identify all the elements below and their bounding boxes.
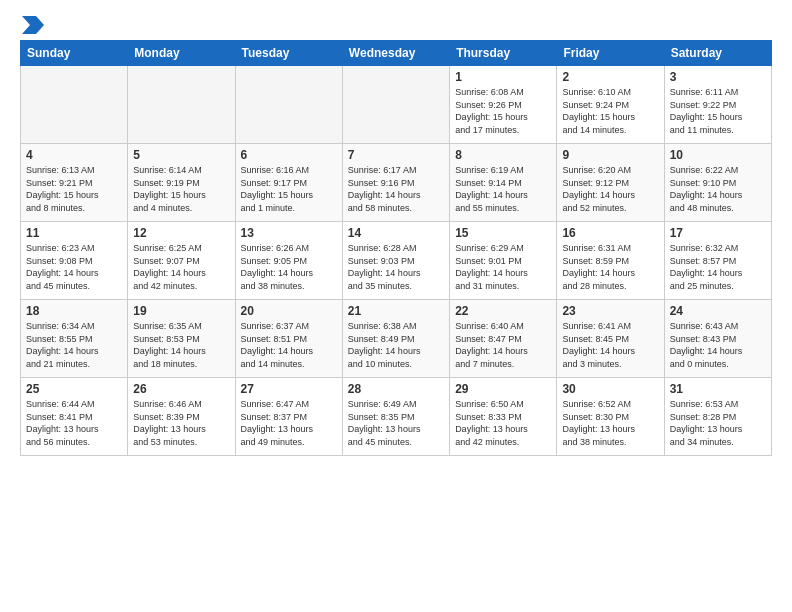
day-info: Sunrise: 6:50 AM Sunset: 8:33 PM Dayligh… — [455, 398, 551, 448]
day-number: 18 — [26, 304, 122, 318]
day-cell: 1Sunrise: 6:08 AM Sunset: 9:26 PM Daylig… — [450, 66, 557, 144]
day-info: Sunrise: 6:52 AM Sunset: 8:30 PM Dayligh… — [562, 398, 658, 448]
week-row-1: 1Sunrise: 6:08 AM Sunset: 9:26 PM Daylig… — [21, 66, 772, 144]
day-cell: 21Sunrise: 6:38 AM Sunset: 8:49 PM Dayli… — [342, 300, 449, 378]
day-number: 8 — [455, 148, 551, 162]
day-number: 19 — [133, 304, 229, 318]
day-cell — [128, 66, 235, 144]
day-header-sunday: Sunday — [21, 41, 128, 66]
day-cell: 28Sunrise: 6:49 AM Sunset: 8:35 PM Dayli… — [342, 378, 449, 456]
calendar-table: SundayMondayTuesdayWednesdayThursdayFrid… — [20, 40, 772, 456]
day-number: 20 — [241, 304, 337, 318]
day-info: Sunrise: 6:32 AM Sunset: 8:57 PM Dayligh… — [670, 242, 766, 292]
logo-arrow-icon — [22, 16, 44, 34]
day-info: Sunrise: 6:26 AM Sunset: 9:05 PM Dayligh… — [241, 242, 337, 292]
day-cell: 12Sunrise: 6:25 AM Sunset: 9:07 PM Dayli… — [128, 222, 235, 300]
day-info: Sunrise: 6:25 AM Sunset: 9:07 PM Dayligh… — [133, 242, 229, 292]
logo — [20, 16, 44, 30]
day-number: 2 — [562, 70, 658, 84]
day-cell: 29Sunrise: 6:50 AM Sunset: 8:33 PM Dayli… — [450, 378, 557, 456]
day-cell: 27Sunrise: 6:47 AM Sunset: 8:37 PM Dayli… — [235, 378, 342, 456]
day-cell: 7Sunrise: 6:17 AM Sunset: 9:16 PM Daylig… — [342, 144, 449, 222]
day-number: 30 — [562, 382, 658, 396]
day-info: Sunrise: 6:10 AM Sunset: 9:24 PM Dayligh… — [562, 86, 658, 136]
day-info: Sunrise: 6:47 AM Sunset: 8:37 PM Dayligh… — [241, 398, 337, 448]
day-cell: 30Sunrise: 6:52 AM Sunset: 8:30 PM Dayli… — [557, 378, 664, 456]
day-info: Sunrise: 6:31 AM Sunset: 8:59 PM Dayligh… — [562, 242, 658, 292]
day-info: Sunrise: 6:37 AM Sunset: 8:51 PM Dayligh… — [241, 320, 337, 370]
week-row-4: 18Sunrise: 6:34 AM Sunset: 8:55 PM Dayli… — [21, 300, 772, 378]
day-cell: 14Sunrise: 6:28 AM Sunset: 9:03 PM Dayli… — [342, 222, 449, 300]
day-number: 13 — [241, 226, 337, 240]
day-cell: 6Sunrise: 6:16 AM Sunset: 9:17 PM Daylig… — [235, 144, 342, 222]
day-info: Sunrise: 6:44 AM Sunset: 8:41 PM Dayligh… — [26, 398, 122, 448]
day-number: 22 — [455, 304, 551, 318]
day-info: Sunrise: 6:14 AM Sunset: 9:19 PM Dayligh… — [133, 164, 229, 214]
day-cell: 16Sunrise: 6:31 AM Sunset: 8:59 PM Dayli… — [557, 222, 664, 300]
day-number: 21 — [348, 304, 444, 318]
day-info: Sunrise: 6:34 AM Sunset: 8:55 PM Dayligh… — [26, 320, 122, 370]
day-number: 4 — [26, 148, 122, 162]
day-info: Sunrise: 6:35 AM Sunset: 8:53 PM Dayligh… — [133, 320, 229, 370]
day-info: Sunrise: 6:53 AM Sunset: 8:28 PM Dayligh… — [670, 398, 766, 448]
day-header-saturday: Saturday — [664, 41, 771, 66]
day-info: Sunrise: 6:17 AM Sunset: 9:16 PM Dayligh… — [348, 164, 444, 214]
day-number: 24 — [670, 304, 766, 318]
day-number: 17 — [670, 226, 766, 240]
week-row-3: 11Sunrise: 6:23 AM Sunset: 9:08 PM Dayli… — [21, 222, 772, 300]
day-number: 31 — [670, 382, 766, 396]
calendar-page: SundayMondayTuesdayWednesdayThursdayFrid… — [0, 0, 792, 612]
day-info: Sunrise: 6:23 AM Sunset: 9:08 PM Dayligh… — [26, 242, 122, 292]
day-cell: 15Sunrise: 6:29 AM Sunset: 9:01 PM Dayli… — [450, 222, 557, 300]
day-info: Sunrise: 6:28 AM Sunset: 9:03 PM Dayligh… — [348, 242, 444, 292]
day-cell: 8Sunrise: 6:19 AM Sunset: 9:14 PM Daylig… — [450, 144, 557, 222]
day-info: Sunrise: 6:43 AM Sunset: 8:43 PM Dayligh… — [670, 320, 766, 370]
day-cell: 5Sunrise: 6:14 AM Sunset: 9:19 PM Daylig… — [128, 144, 235, 222]
day-cell: 4Sunrise: 6:13 AM Sunset: 9:21 PM Daylig… — [21, 144, 128, 222]
day-cell: 20Sunrise: 6:37 AM Sunset: 8:51 PM Dayli… — [235, 300, 342, 378]
day-info: Sunrise: 6:46 AM Sunset: 8:39 PM Dayligh… — [133, 398, 229, 448]
day-info: Sunrise: 6:49 AM Sunset: 8:35 PM Dayligh… — [348, 398, 444, 448]
day-cell: 31Sunrise: 6:53 AM Sunset: 8:28 PM Dayli… — [664, 378, 771, 456]
day-number: 12 — [133, 226, 229, 240]
day-info: Sunrise: 6:11 AM Sunset: 9:22 PM Dayligh… — [670, 86, 766, 136]
day-cell: 2Sunrise: 6:10 AM Sunset: 9:24 PM Daylig… — [557, 66, 664, 144]
day-info: Sunrise: 6:41 AM Sunset: 8:45 PM Dayligh… — [562, 320, 658, 370]
day-cell: 3Sunrise: 6:11 AM Sunset: 9:22 PM Daylig… — [664, 66, 771, 144]
day-info: Sunrise: 6:16 AM Sunset: 9:17 PM Dayligh… — [241, 164, 337, 214]
day-number: 10 — [670, 148, 766, 162]
header — [20, 16, 772, 30]
day-cell: 26Sunrise: 6:46 AM Sunset: 8:39 PM Dayli… — [128, 378, 235, 456]
day-number: 7 — [348, 148, 444, 162]
day-cell: 10Sunrise: 6:22 AM Sunset: 9:10 PM Dayli… — [664, 144, 771, 222]
day-info: Sunrise: 6:08 AM Sunset: 9:26 PM Dayligh… — [455, 86, 551, 136]
svg-marker-0 — [22, 16, 44, 34]
day-number: 28 — [348, 382, 444, 396]
day-number: 23 — [562, 304, 658, 318]
day-header-wednesday: Wednesday — [342, 41, 449, 66]
day-cell: 18Sunrise: 6:34 AM Sunset: 8:55 PM Dayli… — [21, 300, 128, 378]
day-cell — [235, 66, 342, 144]
day-number: 14 — [348, 226, 444, 240]
day-number: 16 — [562, 226, 658, 240]
day-cell: 22Sunrise: 6:40 AM Sunset: 8:47 PM Dayli… — [450, 300, 557, 378]
day-number: 1 — [455, 70, 551, 84]
day-number: 29 — [455, 382, 551, 396]
day-number: 3 — [670, 70, 766, 84]
day-info: Sunrise: 6:40 AM Sunset: 8:47 PM Dayligh… — [455, 320, 551, 370]
day-cell: 24Sunrise: 6:43 AM Sunset: 8:43 PM Dayli… — [664, 300, 771, 378]
day-number: 9 — [562, 148, 658, 162]
day-info: Sunrise: 6:20 AM Sunset: 9:12 PM Dayligh… — [562, 164, 658, 214]
day-header-friday: Friday — [557, 41, 664, 66]
day-info: Sunrise: 6:22 AM Sunset: 9:10 PM Dayligh… — [670, 164, 766, 214]
day-number: 5 — [133, 148, 229, 162]
day-cell: 11Sunrise: 6:23 AM Sunset: 9:08 PM Dayli… — [21, 222, 128, 300]
day-cell: 17Sunrise: 6:32 AM Sunset: 8:57 PM Dayli… — [664, 222, 771, 300]
day-info: Sunrise: 6:29 AM Sunset: 9:01 PM Dayligh… — [455, 242, 551, 292]
day-cell: 9Sunrise: 6:20 AM Sunset: 9:12 PM Daylig… — [557, 144, 664, 222]
week-row-2: 4Sunrise: 6:13 AM Sunset: 9:21 PM Daylig… — [21, 144, 772, 222]
day-info: Sunrise: 6:38 AM Sunset: 8:49 PM Dayligh… — [348, 320, 444, 370]
day-cell: 25Sunrise: 6:44 AM Sunset: 8:41 PM Dayli… — [21, 378, 128, 456]
day-header-thursday: Thursday — [450, 41, 557, 66]
day-number: 11 — [26, 226, 122, 240]
